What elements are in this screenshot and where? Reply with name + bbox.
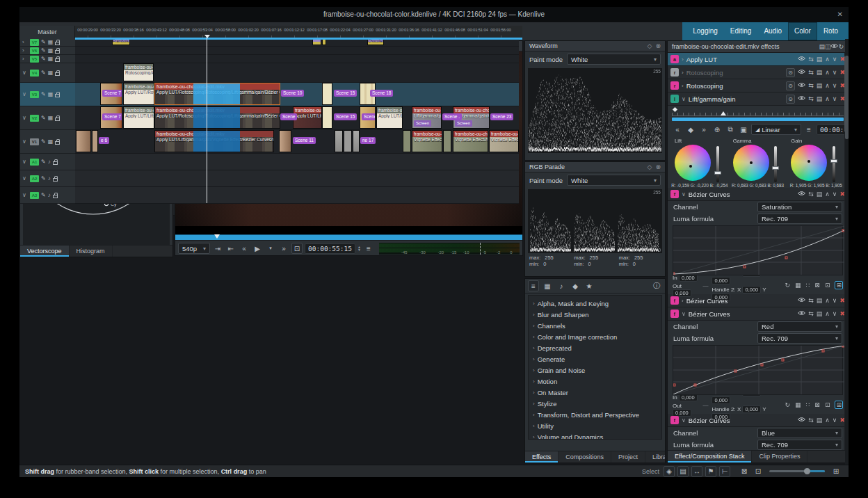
channel-select[interactable]: Blue▾ [757,428,842,438]
move-down-icon[interactable]: ∨ [833,417,837,424]
track-edit-icon[interactable]: ✎ [41,39,46,45]
duplicate-keyframe-icon[interactable]: ⊕ [712,124,723,135]
move-up-icon[interactable]: ∧ [825,297,830,304]
clip-selection-zone[interactable] [193,83,240,104]
clip-label[interactable]: Scene 10 [281,90,304,97]
grid-lines-icon[interactable]: ∷ [806,401,810,408]
move-down-icon[interactable]: ∨ [833,310,837,317]
fit-timeline-icon[interactable]: ⊞ [830,466,842,477]
timeline-zoom-slider[interactable] [769,470,825,472]
timeline-clip[interactable]: framboise-ou-choApply LUT/Rotosc [123,83,154,105]
save-preset-icon[interactable]: ▤ [817,82,823,89]
track-header-v2[interactable]: ∨V2✎▦ [20,106,75,130]
gamma-slider[interactable] [774,146,777,182]
track-edit-icon[interactable]: ✎ [41,56,46,62]
presets-icon[interactable]: ⇆ [808,82,814,89]
track-header-v1[interactable]: ∨V1✎▦ [20,130,75,154]
timeline-clip[interactable] [403,130,411,152]
curve-editor-saturation[interactable] [673,225,843,275]
out-field[interactable]: 0,000 [673,289,691,297]
save-preset-icon[interactable]: ▤ [817,297,823,304]
timeline-clip[interactable] [76,130,91,152]
track-edit-icon[interactable]: ✎ [41,138,46,145]
tab-project-bin[interactable]: Project Bin [611,451,645,463]
keyframe-zone-bar[interactable] [672,118,844,121]
interpolation-select[interactable]: ◢Linear▾ [751,124,801,135]
monitor-menu-icon[interactable]: ≡ [363,243,374,254]
effect-category[interactable]: ›Color and Image correction [529,331,661,342]
presets-icon[interactable]: ⇆ [808,56,814,63]
reset-stack-icon[interactable]: ↻ [838,43,844,50]
channel-select[interactable]: Red▾ [757,321,842,332]
move-down-icon[interactable]: ∨ [833,69,837,76]
lift-wheel[interactable]: Lift [670,136,729,181]
presets-icon[interactable]: ⇆ [808,69,814,76]
track-hide-icon[interactable]: ▦ [48,47,54,54]
track-edit-icon[interactable]: ✎ [41,175,46,182]
track-header-a1[interactable]: ∨A1✎♪ [20,154,75,170]
timeline-clip[interactable]: framboise-ou-chocVignette Effect/Appl [453,130,488,152]
curve-editor-red[interactable] [673,345,843,395]
track-hide-icon[interactable]: ▦ [48,138,54,145]
track-lane-v5[interactable] [75,55,519,63]
luma-formula-select[interactable]: Rec. 709▾ [757,440,842,450]
effect-category[interactable]: ›Transform, Distort and Perspective [529,409,661,420]
info-icon[interactable]: ⓘ [651,280,662,291]
tab-effect-composition-stack[interactable]: Effect/Composition Stack [668,451,752,463]
lock-icon[interactable] [53,195,58,198]
luma-formula-select[interactable]: Rec. 709▾ [757,333,842,344]
move-down-icon[interactable]: ∨ [833,191,837,198]
gradient-background-icon[interactable]: ▦ [795,282,801,289]
keyframe-toggle-icon[interactable]: ⊙ [786,81,795,90]
track-target-a2[interactable]: A2 [30,175,39,182]
effect-category[interactable]: ›Generate [529,353,661,364]
audio-effects-icon[interactable]: ♪ [556,280,567,291]
zoom-out-icon[interactable]: ⊠ [739,466,750,477]
effect-row-bezier-collapsed[interactable]: f › Bézier Curves ⇆ ▤ ∧ ∨ ✖ [668,294,848,307]
grid-lines-icon[interactable]: ∷ [806,282,810,289]
save-effect-stack-icon[interactable]: ▤ [819,43,825,50]
track-header-a3[interactable]: ∨A3✎♪ [20,187,75,204]
timeline-clip[interactable]: framboise-ou-choRotoscoping/Appl [123,63,154,81]
timeline-clip[interactable]: framboise-ou-choApply LUT/Lift/ga [123,106,154,129]
waveform-paint-select[interactable]: White▾ [567,54,661,65]
eye-icon[interactable] [798,82,805,89]
presets-icon[interactable]: ⇆ [808,310,814,317]
move-down-icon[interactable]: ∨ [833,82,837,89]
timeline-playhead-marker[interactable] [204,35,210,38]
track-header-v3[interactable]: ∨V3✎▦ [20,83,75,106]
show-all-effects-icon[interactable]: ≡ [528,280,539,291]
lock-icon[interactable] [55,94,60,97]
lock-icon[interactable] [55,42,60,45]
eye-icon[interactable] [798,56,805,63]
track-target-v3[interactable]: V3 [30,91,39,98]
eye-icon[interactable] [798,95,805,102]
rewind-icon[interactable]: « [239,243,250,254]
reset-curve-icon[interactable]: ↻ [785,282,791,289]
keyframe-options-icon[interactable]: ≡ [803,124,814,135]
copy-keyframe-icon[interactable]: ⧉ [725,124,736,135]
timeline-clip[interactable]: framboise-ou-chocolat-edit.mkvApply LUT/… [154,130,274,152]
previous-keyframe-icon[interactable]: « [672,124,683,135]
presets-icon[interactable]: ⇆ [808,95,814,102]
float-panel-icon[interactable]: ◇ [648,163,652,170]
effect-row-apply-lut[interactable]: a›Apply LUT⇆▤∧∨✖ [668,53,848,66]
out-field[interactable]: 0,000 [673,409,691,417]
zone-mode-icon[interactable]: ⊡ [291,243,303,254]
track-target-v6[interactable]: V6 [30,47,39,54]
show-handles-icon[interactable]: ⊞ [835,281,843,289]
timeline-clip[interactable]: framboise-ou-cApply LUT/Lift/g [376,106,403,129]
track-header-v4[interactable]: ∨V4✎▦ [20,63,75,83]
play-icon[interactable]: ▶ [252,243,263,254]
track-target-a1[interactable]: A1 [30,159,39,166]
zoom-out-curve-icon[interactable]: ⊠ [814,401,820,408]
timeline-clip[interactable]: Scene 1 [360,106,376,129]
effect-category[interactable]: ›Utility [529,420,661,431]
gradient-background-icon[interactable]: ▦ [795,401,801,408]
track-lane-v3[interactable]: Scene 7framboise-ou-choApply LUT/Rotoscf… [75,83,519,106]
save-preset-icon[interactable]: ▤ [817,69,823,76]
close-panel-icon[interactable]: ⊗ [655,42,661,49]
clip-selection-zone[interactable] [193,107,240,128]
track-edit-icon[interactable]: ✎ [41,192,46,198]
forward-icon[interactable]: » [278,243,289,254]
